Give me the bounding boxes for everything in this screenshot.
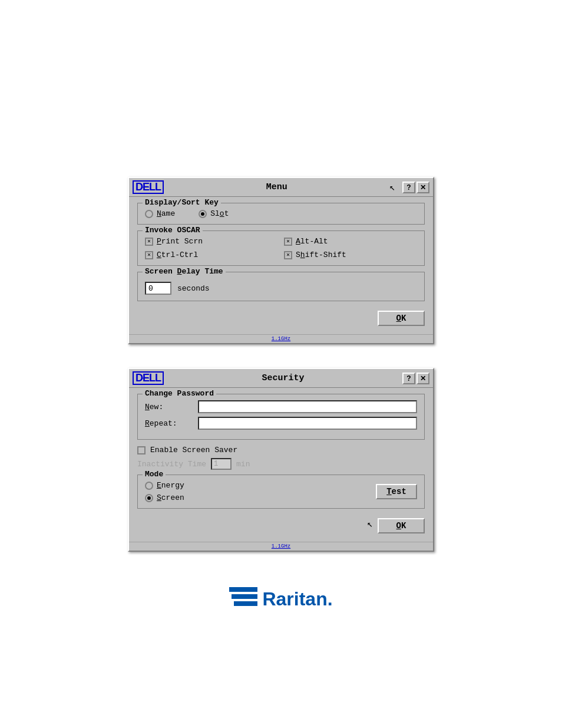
screen-saver-row: Enable Screen Saver [137,446,425,454]
invoke-oscar-group: Invoke OSCAR Print Scrn Alt-Alt Ctrl-Ctr… [137,230,425,266]
change-password-legend: Change Password [143,389,216,398]
security-help-button[interactable]: ? [402,373,415,384]
test-button[interactable]: Test [376,484,417,499]
security-ok-button[interactable]: OK [378,518,425,533]
repeat-password-label: Repeat: [145,419,198,428]
screen-delay-legend: Screen Delay Time [143,267,226,276]
delay-input[interactable] [145,282,171,295]
name-radio-label: Name [157,209,175,218]
security-close-button[interactable]: ✕ [416,373,429,384]
raritan-icon [229,587,257,611]
screen-radio-item[interactable]: Screen [145,493,184,502]
raritan-svg-icon [229,587,257,611]
svg-rect-1 [232,594,257,599]
security-title: Security [168,373,398,383]
raritan-text-label: Raritan. [262,588,332,610]
new-password-row: New: [145,400,417,413]
shift-shift-label: Shift-Shift [296,251,346,259]
mode-row: Energy Screen Test [145,481,417,502]
mode-radios: Energy Screen [145,481,184,502]
inactivity-row: Inactivity Time min [137,458,425,470]
name-radio[interactable] [145,210,153,218]
menu-titlebar: DELL Menu ↖ ? ✕ [129,178,433,197]
display-sort-radio-group: Name Slot [145,209,417,218]
mode-group: Mode Energy Screen Test [137,475,425,509]
ctrl-ctrl-label: Ctrl-Ctrl [157,251,198,259]
menu-title: Menu [168,182,385,192]
alt-alt-checkbox-item[interactable]: Alt-Alt [284,237,417,246]
display-sort-legend: Display/Sort Key [143,198,221,207]
cursor-icon: ↖ [389,182,395,193]
slot-radio-label: Slot [210,209,229,218]
menu-help-button[interactable]: ? [402,182,415,193]
print-scrn-label: Print Scrn [157,237,203,246]
energy-radio-item[interactable]: Energy [145,481,184,490]
security-dialog-body: Change Password New: Repeat: Enable Scre… [129,388,433,542]
security-titlebar: DELL Security ? ✕ [129,369,433,388]
svg-rect-2 [234,601,257,606]
new-password-input[interactable] [198,400,417,413]
svg-rect-0 [229,587,257,592]
invoke-oscar-checkboxes: Print Scrn Alt-Alt Ctrl-Ctrl Shift-Shift [145,237,417,259]
raritan-dot: . [328,588,333,610]
menu-titlebar-buttons: ? ✕ [402,182,429,193]
screen-saver-checkbox[interactable] [137,446,146,454]
invoke-oscar-legend: Invoke OSCAR [143,226,203,235]
shift-shift-checkbox-item[interactable]: Shift-Shift [284,251,417,259]
inactivity-unit-label: min [236,460,250,469]
security-dell-logo: DELL [133,371,164,386]
mode-legend: Mode [143,470,166,479]
delay-unit-label: seconds [177,284,210,293]
menu-dialog-url: 1.1GHz [129,334,433,343]
menu-dell-logo: DELL [133,180,164,195]
slot-radio-item[interactable]: Slot [199,209,229,218]
inactivity-time-input [211,458,232,470]
repeat-password-input[interactable] [198,417,417,430]
screen-saver-label: Enable Screen Saver [150,446,237,454]
alt-alt-label: Alt-Alt [296,237,328,246]
menu-ok-row: OK [137,307,425,326]
display-sort-group: Display/Sort Key Name Slot [137,203,425,225]
energy-radio-label: Energy [157,481,184,490]
security-dialog-url: 1.1GHz [129,542,433,551]
security-cursor-icon: ↖ [367,518,373,533]
security-ok-row: ↖ OK [137,515,425,533]
name-radio-item[interactable]: Name [145,209,175,218]
slot-radio[interactable] [199,210,207,218]
print-scrn-checkbox-item[interactable]: Print Scrn [145,237,278,246]
shift-shift-checkbox[interactable] [284,251,292,259]
menu-close-button[interactable]: ✕ [416,182,429,193]
alt-alt-checkbox[interactable] [284,238,292,246]
print-scrn-checkbox[interactable] [145,238,153,246]
inactivity-label: Inactivity Time [137,460,206,469]
menu-dialog: DELL Menu ↖ ? ✕ Display/Sort Key Name [128,177,434,344]
raritan-name: Raritan [262,588,327,610]
screen-delay-group: Screen Delay Time seconds [137,272,425,301]
screen-radio[interactable] [145,494,153,502]
menu-ok-button[interactable]: OK [378,311,425,326]
menu-dialog-body: Display/Sort Key Name Slot Invoke OSCAR [129,197,433,334]
new-password-label: New: [145,403,198,411]
ctrl-ctrl-checkbox-item[interactable]: Ctrl-Ctrl [145,251,278,259]
security-titlebar-buttons: ? ✕ [402,373,429,384]
repeat-password-row: Repeat: [145,417,417,430]
screen-radio-label: Screen [157,493,184,502]
change-password-group: Change Password New: Repeat: [137,394,425,440]
energy-radio[interactable] [145,482,153,490]
ctrl-ctrl-checkbox[interactable] [145,251,153,259]
raritan-logo: Raritan. [229,587,332,611]
delay-row: seconds [145,278,417,295]
security-dialog: DELL Security ? ✕ Change Password New: R… [128,368,434,552]
